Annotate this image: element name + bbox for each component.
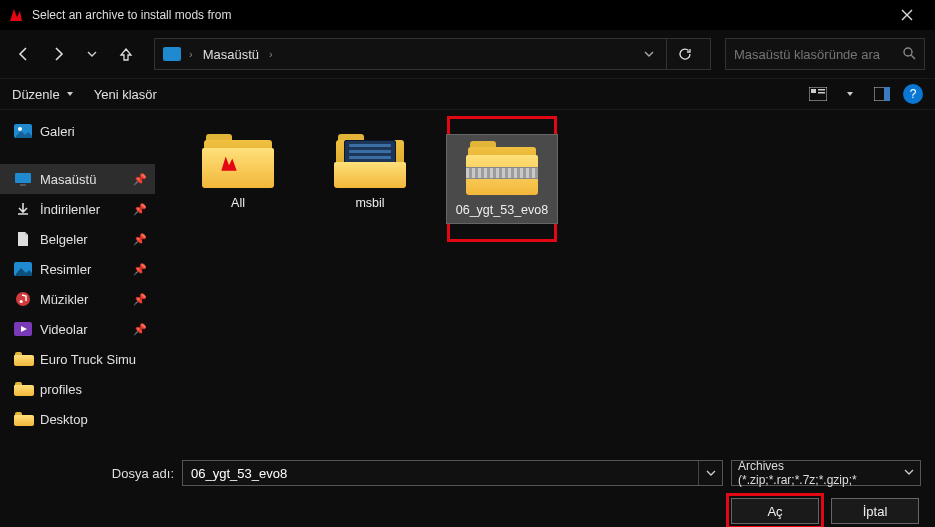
search-input[interactable] xyxy=(734,47,902,62)
search-icon xyxy=(902,46,916,63)
file-label: msbil xyxy=(355,196,384,210)
download-icon xyxy=(14,201,32,217)
svg-rect-3 xyxy=(818,89,825,91)
filter-label: Archives (*.zip;*.rar;*.7z;*.gzip;* xyxy=(738,459,904,487)
file-item-archive[interactable]: 06_ygt_53_evo8 xyxy=(447,135,557,223)
svg-rect-2 xyxy=(811,89,816,93)
pin-icon: 📌 xyxy=(133,293,147,306)
svg-rect-4 xyxy=(818,92,825,94)
sidebar-item-label: Müzikler xyxy=(40,292,88,307)
sidebar-item-label: Euro Truck Simu xyxy=(40,352,136,367)
chevron-right-icon: › xyxy=(267,48,275,60)
folder-icon xyxy=(202,134,274,190)
zip-icon xyxy=(466,141,538,197)
toolbar: Düzenle Yeni klasör ? xyxy=(0,78,935,110)
app-icon xyxy=(8,7,24,23)
pictures-icon xyxy=(14,261,32,277)
title-bar: Select an archive to install mods from xyxy=(0,0,935,30)
svg-rect-10 xyxy=(20,184,26,186)
sidebar-item-label: profiles xyxy=(40,382,82,397)
sidebar-spacer xyxy=(0,146,155,164)
dialog-footer: Dosya adı: Archives (*.zip;*.rar;*.7z;*.… xyxy=(0,450,935,527)
pin-icon: 📌 xyxy=(133,203,147,216)
address-bar[interactable]: › Masaüstü › xyxy=(154,38,711,70)
sidebar-item-music[interactable]: Müzikler 📌 xyxy=(0,284,155,314)
file-item-folder[interactable]: All xyxy=(183,128,293,216)
sidebar-item-desktop[interactable]: Masaüstü 📌 xyxy=(0,164,155,194)
pin-icon: 📌 xyxy=(133,263,147,276)
filetype-filter[interactable]: Archives (*.zip;*.rar;*.7z;*.gzip;* xyxy=(731,460,921,486)
window-title: Select an archive to install mods from xyxy=(32,8,887,22)
pin-icon: 📌 xyxy=(133,173,147,186)
sidebar-item-folder[interactable]: profiles xyxy=(0,374,155,404)
file-label: 06_ygt_53_evo8 xyxy=(456,203,548,217)
view-dropdown[interactable] xyxy=(839,83,861,105)
breadcrumb-segment[interactable]: Masaüstü xyxy=(199,45,263,64)
filter-dropdown[interactable] xyxy=(904,466,914,480)
desktop-icon xyxy=(14,171,32,187)
view-mode-button[interactable] xyxy=(807,83,829,105)
pc-icon xyxy=(163,47,181,61)
new-folder-button[interactable]: Yeni klasör xyxy=(94,87,157,102)
sidebar-item-downloads[interactable]: İndirilenler 📌 xyxy=(0,194,155,224)
back-button[interactable] xyxy=(10,40,38,68)
cancel-button[interactable]: İptal xyxy=(831,498,919,524)
explorer-body: Galeri Masaüstü 📌 İndirilenler 📌 Belgele… xyxy=(0,110,935,450)
filename-label: Dosya adı: xyxy=(14,466,174,481)
help-button[interactable]: ? xyxy=(903,84,923,104)
sidebar-item-documents[interactable]: Belgeler 📌 xyxy=(0,224,155,254)
filename-dropdown[interactable] xyxy=(698,461,722,485)
pin-icon: 📌 xyxy=(133,233,147,246)
sidebar: Galeri Masaüstü 📌 İndirilenler 📌 Belgele… xyxy=(0,110,155,450)
close-button[interactable] xyxy=(887,0,927,30)
open-button[interactable]: Aç xyxy=(731,498,819,524)
svg-rect-9 xyxy=(15,173,31,183)
sidebar-item-gallery[interactable]: Galeri xyxy=(0,116,155,146)
gallery-icon xyxy=(14,123,32,139)
filename-combobox[interactable] xyxy=(182,460,723,486)
chevron-right-icon: › xyxy=(187,48,195,60)
videos-icon xyxy=(14,321,32,337)
nav-bar: › Masaüstü › xyxy=(0,30,935,78)
recent-dropdown[interactable] xyxy=(78,40,106,68)
sidebar-item-label: Belgeler xyxy=(40,232,88,247)
folder-icon xyxy=(14,351,32,367)
forward-button[interactable] xyxy=(44,40,72,68)
pin-icon: 📌 xyxy=(133,323,147,336)
filename-input[interactable] xyxy=(183,466,698,481)
address-dropdown[interactable] xyxy=(636,38,662,70)
sidebar-item-label: Resimler xyxy=(40,262,91,277)
sidebar-item-pictures[interactable]: Resimler 📌 xyxy=(0,254,155,284)
up-button[interactable] xyxy=(112,40,140,68)
svg-point-0 xyxy=(904,48,912,56)
file-label: All xyxy=(231,196,245,210)
sidebar-item-label: İndirilenler xyxy=(40,202,100,217)
sidebar-item-label: Galeri xyxy=(40,124,75,139)
refresh-button[interactable] xyxy=(666,38,702,70)
sidebar-item-videos[interactable]: Videolar 📌 xyxy=(0,314,155,344)
new-folder-label: Yeni klasör xyxy=(94,87,157,102)
sidebar-item-folder[interactable]: Desktop xyxy=(0,404,155,434)
organize-label: Düzenle xyxy=(12,87,60,102)
sidebar-item-folder[interactable]: Euro Truck Simu xyxy=(0,344,155,374)
svg-point-12 xyxy=(16,292,30,306)
sidebar-item-label: Masaüstü xyxy=(40,172,96,187)
sidebar-item-label: Videolar xyxy=(40,322,87,337)
search-box[interactable] xyxy=(725,38,925,70)
folder-icon xyxy=(334,134,406,190)
file-pane[interactable]: All msbil 06_ygt_53_evo8 xyxy=(155,110,935,450)
sidebar-item-label: Desktop xyxy=(40,412,88,427)
document-icon xyxy=(14,231,32,247)
folder-icon xyxy=(14,411,32,427)
file-item-folder[interactable]: msbil xyxy=(315,128,425,216)
svg-point-13 xyxy=(20,300,23,303)
svg-point-8 xyxy=(18,127,22,131)
music-icon xyxy=(14,291,32,307)
folder-icon xyxy=(14,381,32,397)
organize-menu[interactable]: Düzenle xyxy=(12,87,74,102)
preview-pane-button[interactable] xyxy=(871,83,893,105)
file-item-archive-highlighted[interactable]: 06_ygt_53_evo8 xyxy=(447,116,557,242)
svg-rect-6 xyxy=(884,87,890,101)
